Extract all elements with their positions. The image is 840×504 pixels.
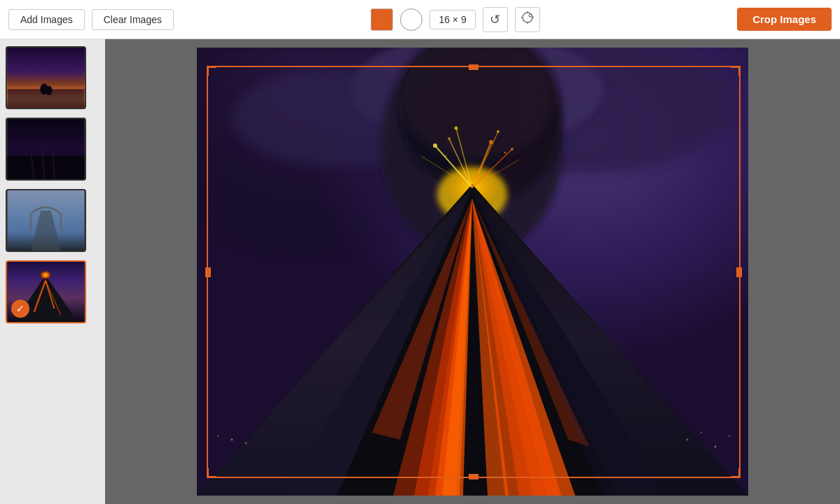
main-layout: ✓ (0, 39, 840, 504)
thumbnail-item-2[interactable] (6, 118, 86, 181)
svg-point-71 (217, 435, 219, 437)
thumbnail-item-3[interactable] (6, 189, 86, 252)
svg-point-64 (445, 155, 447, 158)
image-canvas-area[interactable] (105, 39, 840, 504)
image-sidebar: ✓ (0, 39, 105, 504)
thumbnail-item-4[interactable]: ✓ (6, 260, 86, 323)
rotate-icon: ↺ (490, 12, 500, 27)
svg-point-62 (448, 137, 450, 140)
thumbnail-item-1[interactable] (6, 46, 86, 109)
crop-images-button[interactable]: Crop Images (737, 8, 832, 31)
rotate-button[interactable]: ↺ (483, 7, 508, 32)
magic-crop-button[interactable] (515, 7, 540, 32)
add-images-button[interactable]: Add Images (8, 9, 85, 30)
svg-point-58 (433, 144, 437, 148)
thumbnail-selected-indicator: ✓ (11, 300, 29, 318)
svg-point-69 (729, 435, 730, 437)
svg-point-61 (497, 130, 500, 133)
clear-images-button[interactable]: Clear Images (92, 9, 174, 30)
svg-point-63 (511, 148, 514, 150)
svg-rect-12 (8, 156, 85, 179)
svg-point-60 (455, 127, 458, 130)
svg-point-68 (715, 446, 717, 448)
svg-point-22 (34, 269, 57, 288)
toolbar: Add Images Clear Images 16 × 9 ↺ Crop Im… (0, 0, 840, 39)
thumbnail-preview-3 (7, 190, 85, 251)
svg-point-67 (701, 432, 702, 433)
circle-shape-button[interactable] (400, 8, 422, 31)
smart-crop-icon (521, 10, 535, 28)
svg-point-10 (46, 85, 53, 94)
main-image-container (197, 48, 748, 496)
thumbnail-preview-1 (7, 48, 85, 108)
aspect-ratio-display[interactable]: 16 × 9 (429, 10, 475, 29)
svg-point-65 (504, 152, 507, 154)
rectangle-shape-button[interactable] (371, 8, 393, 31)
svg-point-70 (231, 439, 233, 441)
check-icon: ✓ (16, 303, 25, 314)
thumbnail-preview-2 (7, 119, 85, 179)
svg-point-59 (489, 140, 493, 144)
main-image (197, 48, 748, 496)
